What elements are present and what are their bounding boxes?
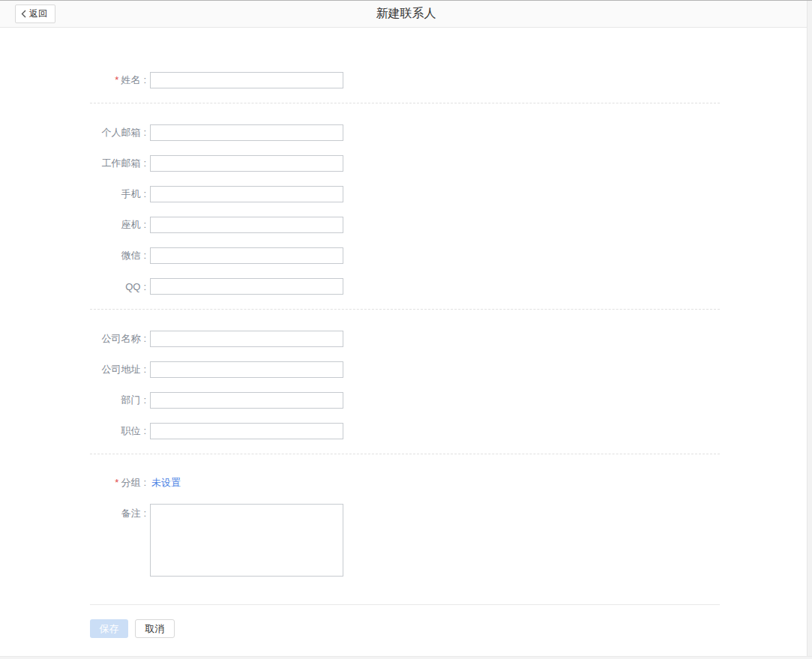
page-title: 新建联系人 (376, 6, 436, 22)
department-label: 部门: (90, 394, 146, 407)
chevron-left-icon (21, 10, 26, 18)
work-email-input[interactable] (150, 155, 343, 172)
field-row-name: *姓名: (90, 72, 720, 88)
personal-email-input[interactable] (150, 124, 343, 141)
field-row-personal-email: 个人邮箱: (90, 124, 720, 141)
wechat-input[interactable] (150, 247, 343, 264)
label-colon: : (143, 281, 146, 292)
label-colon: : (143, 188, 146, 199)
field-row-notes: 备注: (90, 504, 720, 577)
section-divider (90, 309, 720, 310)
label-colon: : (143, 508, 146, 519)
field-row-group: *分组: 未设置 (90, 475, 720, 490)
required-asterisk: * (115, 477, 118, 488)
required-asterisk: * (115, 74, 118, 85)
name-input[interactable] (150, 72, 343, 88)
horizontal-scrollbar[interactable] (0, 656, 812, 659)
notes-textarea[interactable] (150, 504, 343, 577)
label-colon: : (143, 219, 146, 230)
position-input[interactable] (150, 423, 343, 439)
personal-email-label: 个人邮箱: (90, 126, 146, 139)
field-row-wechat: 微信: (90, 247, 720, 264)
department-input[interactable] (150, 392, 343, 409)
qq-label: QQ: (90, 281, 146, 292)
field-row-position: 职位: (90, 423, 720, 439)
label-colon: : (143, 333, 146, 344)
wechat-label: 微信: (90, 249, 146, 262)
label-colon: : (143, 157, 146, 169)
group-label: *分组: (90, 476, 146, 490)
mobile-input[interactable] (150, 186, 343, 202)
name-label: *姓名: (90, 73, 146, 87)
field-row-department: 部门: (90, 392, 720, 409)
label-colon: : (143, 127, 146, 138)
section-divider (90, 103, 720, 103)
top-bar: 返回 新建联系人 (0, 1, 812, 28)
back-button-label: 返回 (29, 7, 47, 20)
mobile-label: 手机: (90, 187, 146, 201)
label-colon: : (143, 74, 146, 85)
label-colon: : (143, 394, 146, 406)
work-email-label: 工作邮箱: (90, 157, 146, 170)
company-name-input[interactable] (150, 331, 343, 347)
landline-label: 座机: (90, 218, 146, 232)
cancel-button[interactable]: 取消 (135, 619, 175, 638)
section-divider (90, 454, 720, 454)
field-row-work-email: 工作邮箱: (90, 155, 720, 172)
label-colon: : (143, 425, 146, 436)
label-colon: : (143, 477, 146, 488)
back-button[interactable]: 返回 (15, 4, 55, 23)
new-contact-form: *姓名: 个人邮箱: 工作邮箱: 手机: 座机: 微信: QQ: 公司名称: 公… (90, 28, 720, 638)
field-row-landline: 座机: (90, 217, 720, 233)
footer-divider (90, 604, 720, 605)
label-colon: : (143, 250, 146, 261)
company-name-label: 公司名称: (90, 332, 146, 346)
field-row-mobile: 手机: (90, 186, 720, 202)
field-row-company-address: 公司地址: (90, 361, 720, 378)
position-label: 职位: (90, 424, 146, 438)
field-row-company-name: 公司名称: (90, 331, 720, 347)
label-colon: : (143, 364, 146, 375)
vertical-scrollbar[interactable] (807, 1, 812, 659)
company-address-input[interactable] (150, 361, 343, 378)
notes-label: 备注: (90, 507, 146, 520)
field-row-qq: QQ: (90, 278, 720, 295)
group-select-link[interactable]: 未设置 (151, 476, 181, 490)
landline-input[interactable] (150, 217, 343, 233)
form-actions: 保存 取消 (90, 619, 720, 638)
qq-input[interactable] (150, 278, 343, 295)
company-address-label: 公司地址: (90, 363, 146, 376)
save-button[interactable]: 保存 (90, 619, 128, 638)
